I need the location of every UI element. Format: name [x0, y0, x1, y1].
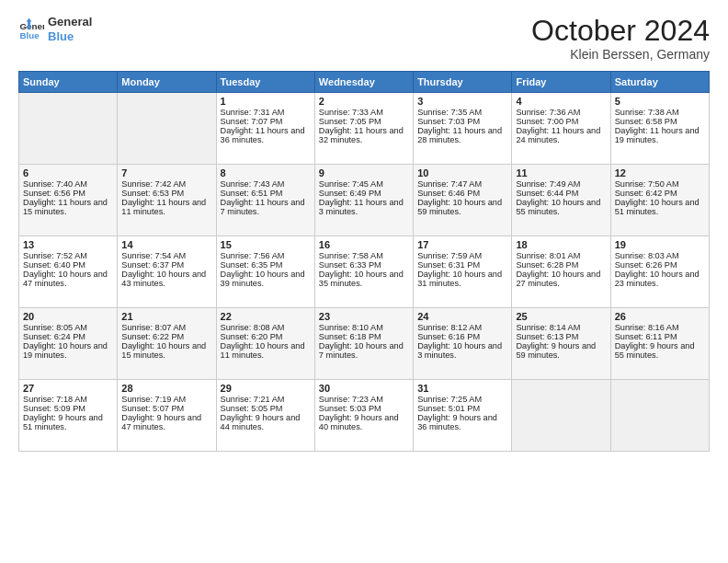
sunrise: Sunrise: 8:03 AM: [615, 251, 679, 260]
svg-text:Blue: Blue: [19, 29, 40, 40]
sunrise: Sunrise: 7:40 AM: [23, 179, 87, 189]
calendar-cell: 23Sunrise: 8:10 AMSunset: 6:18 PMDayligh…: [314, 308, 413, 380]
sunrise: Sunrise: 7:42 AM: [121, 179, 186, 189]
day-number: 15: [221, 239, 311, 250]
day-number: 8: [221, 167, 311, 178]
sunrise: Sunrise: 7:36 AM: [516, 108, 580, 117]
day-number: 12: [615, 167, 705, 178]
week-row-5: 27Sunrise: 7:18 AMSunset: 5:09 PMDayligh…: [19, 380, 710, 452]
day-number: 2: [319, 96, 409, 107]
logo-blue: Blue: [48, 29, 92, 44]
sunrise: Sunrise: 7:35 AM: [417, 108, 482, 117]
sunrise: Sunrise: 7:54 AM: [121, 251, 186, 260]
sunset: Sunset: 6:11 PM: [615, 332, 677, 341]
sunset: Sunset: 6:44 PM: [516, 189, 578, 198]
calendar-cell: 17Sunrise: 7:59 AMSunset: 6:31 PMDayligh…: [414, 236, 512, 308]
day-number: 10: [417, 167, 507, 178]
daylight: Daylight: 11 hours and 7 minutes.: [221, 198, 305, 216]
calendar-cell: 22Sunrise: 8:08 AMSunset: 6:20 PMDayligh…: [216, 308, 314, 380]
daylight: Daylight: 10 hours and 47 minutes.: [23, 270, 108, 288]
sunrise: Sunrise: 7:23 AM: [319, 395, 383, 404]
title-block: October 2024 Klein Berssen, Germany: [531, 15, 710, 62]
week-row-1: 1Sunrise: 7:31 AMSunset: 7:07 PMDaylight…: [19, 93, 710, 165]
daylight: Daylight: 11 hours and 11 minutes.: [121, 198, 206, 216]
daylight: Daylight: 10 hours and 59 minutes.: [417, 198, 502, 216]
calendar-cell: 12Sunrise: 7:50 AMSunset: 6:42 PMDayligh…: [610, 165, 709, 236]
calendar-cell: 18Sunrise: 8:01 AMSunset: 6:28 PMDayligh…: [512, 236, 610, 308]
sunrise: Sunrise: 8:07 AM: [121, 323, 186, 332]
sunset: Sunset: 6:18 PM: [319, 332, 381, 341]
col-tuesday: Tuesday: [216, 72, 314, 93]
day-number: 3: [417, 96, 507, 107]
calendar-cell: 25Sunrise: 8:14 AMSunset: 6:13 PMDayligh…: [512, 308, 610, 380]
calendar-cell: [512, 380, 610, 452]
logo-icon: General Blue: [18, 17, 44, 42]
day-number: 4: [516, 96, 606, 107]
sunrise: Sunrise: 7:59 AM: [417, 251, 482, 260]
daylight: Daylight: 10 hours and 23 minutes.: [615, 270, 700, 288]
day-number: 17: [417, 239, 507, 250]
daylight: Daylight: 10 hours and 31 minutes.: [417, 270, 502, 288]
day-number: 6: [23, 167, 113, 178]
calendar-cell: 19Sunrise: 8:03 AMSunset: 6:26 PMDayligh…: [610, 236, 709, 308]
sunset: Sunset: 5:01 PM: [417, 404, 480, 413]
daylight: Daylight: 10 hours and 55 minutes.: [516, 198, 600, 216]
calendar-cell: 5Sunrise: 7:38 AMSunset: 6:58 PMDaylight…: [610, 93, 709, 165]
daylight: Daylight: 11 hours and 36 minutes.: [221, 126, 305, 144]
sunset: Sunset: 5:05 PM: [221, 404, 283, 413]
sunset: Sunset: 6:58 PM: [615, 117, 677, 126]
day-number: 9: [319, 167, 409, 178]
calendar-cell: 7Sunrise: 7:42 AMSunset: 6:53 PMDaylight…: [118, 165, 216, 236]
location: Klein Berssen, Germany: [531, 47, 710, 62]
daylight: Daylight: 9 hours and 44 minutes.: [221, 413, 301, 431]
daylight: Daylight: 9 hours and 59 minutes.: [516, 341, 596, 360]
col-monday: Monday: [118, 72, 216, 93]
day-number: 27: [23, 383, 113, 394]
daylight: Daylight: 10 hours and 27 minutes.: [516, 270, 600, 288]
sunrise: Sunrise: 7:19 AM: [121, 395, 186, 404]
day-number: 16: [319, 239, 409, 250]
day-number: 20: [23, 311, 113, 322]
day-number: 29: [221, 383, 311, 394]
sunrise: Sunrise: 7:33 AM: [319, 108, 383, 117]
day-number: 21: [121, 311, 211, 322]
calendar-cell: [610, 380, 709, 452]
calendar-cell: 29Sunrise: 7:21 AMSunset: 5:05 PMDayligh…: [216, 380, 314, 452]
sunset: Sunset: 6:53 PM: [121, 189, 184, 198]
day-number: 1: [221, 96, 311, 107]
sunset: Sunset: 6:13 PM: [516, 332, 578, 341]
sunset: Sunset: 7:05 PM: [319, 117, 381, 126]
daylight: Daylight: 10 hours and 3 minutes.: [417, 341, 502, 360]
calendar-table: Sunday Monday Tuesday Wednesday Thursday…: [18, 71, 710, 452]
sunset: Sunset: 6:16 PM: [417, 332, 480, 341]
sunset: Sunset: 7:00 PM: [516, 117, 578, 126]
daylight: Daylight: 11 hours and 15 minutes.: [23, 198, 108, 216]
daylight: Daylight: 11 hours and 19 minutes.: [615, 126, 700, 144]
calendar-cell: 11Sunrise: 7:49 AMSunset: 6:44 PMDayligh…: [512, 165, 610, 236]
sunset: Sunset: 6:33 PM: [319, 260, 381, 270]
day-number: 24: [417, 311, 507, 322]
daylight: Daylight: 10 hours and 7 minutes.: [319, 341, 404, 360]
calendar-cell: 3Sunrise: 7:35 AMSunset: 7:03 PMDaylight…: [414, 93, 512, 165]
daylight: Daylight: 10 hours and 39 minutes.: [221, 270, 305, 288]
daylight: Daylight: 10 hours and 35 minutes.: [319, 270, 404, 288]
header-row: Sunday Monday Tuesday Wednesday Thursday…: [19, 72, 710, 93]
day-number: 11: [516, 167, 606, 178]
calendar-cell: 16Sunrise: 7:58 AMSunset: 6:33 PMDayligh…: [314, 236, 413, 308]
col-wednesday: Wednesday: [314, 72, 413, 93]
calendar-cell: 4Sunrise: 7:36 AMSunset: 7:00 PMDaylight…: [512, 93, 610, 165]
week-row-2: 6Sunrise: 7:40 AMSunset: 6:56 PMDaylight…: [19, 165, 710, 236]
logo-general: General: [48, 15, 92, 29]
sunset: Sunset: 5:09 PM: [23, 404, 85, 413]
day-number: 22: [221, 311, 311, 322]
daylight: Daylight: 10 hours and 51 minutes.: [615, 198, 700, 216]
sunset: Sunset: 6:49 PM: [319, 189, 381, 198]
calendar-cell: 10Sunrise: 7:47 AMSunset: 6:46 PMDayligh…: [414, 165, 512, 236]
day-number: 28: [121, 383, 211, 394]
day-number: 26: [615, 311, 705, 322]
sunrise: Sunrise: 7:58 AM: [319, 251, 383, 260]
calendar-cell: 20Sunrise: 8:05 AMSunset: 6:24 PMDayligh…: [19, 308, 118, 380]
day-number: 18: [516, 239, 606, 250]
calendar-cell: 1Sunrise: 7:31 AMSunset: 7:07 PMDaylight…: [216, 93, 314, 165]
calendar-cell: 30Sunrise: 7:23 AMSunset: 5:03 PMDayligh…: [314, 380, 413, 452]
